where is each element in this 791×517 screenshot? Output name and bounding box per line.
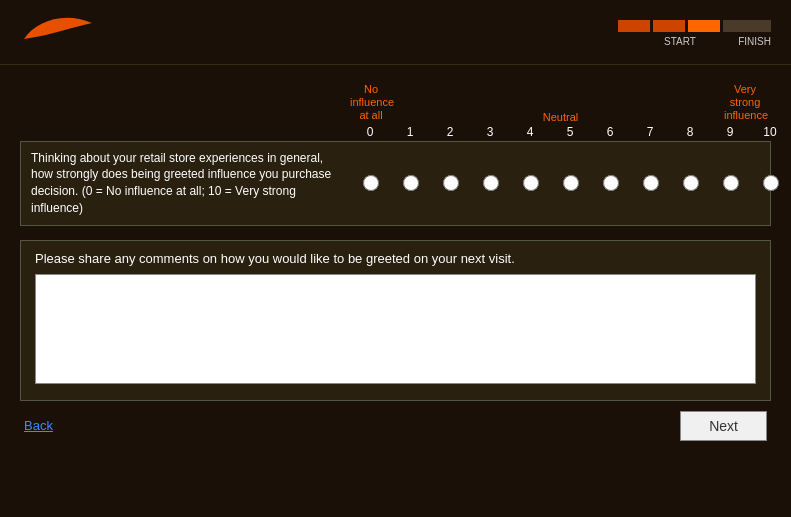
progress-segment-3: [688, 20, 720, 32]
radio-option-0[interactable]: [351, 175, 391, 191]
radio-option-2[interactable]: [431, 175, 471, 191]
radio-0[interactable]: [363, 175, 379, 191]
radio-option-4[interactable]: [511, 175, 551, 191]
radio-9[interactable]: [723, 175, 739, 191]
rating-row: Thinking about your retail store experie…: [21, 142, 770, 225]
scale-num-5: 5: [550, 125, 590, 139]
comments-textarea[interactable]: [35, 274, 756, 384]
scale-num-10: 10: [750, 125, 790, 139]
rating-table: Thinking about your retail store experie…: [20, 141, 771, 226]
radio-4[interactable]: [523, 175, 539, 191]
scale-num-0: 0: [350, 125, 390, 139]
scale-num-1: 1: [390, 125, 430, 139]
comments-section: Please share any comments on how you wou…: [20, 240, 771, 401]
progress-segment-2: [653, 20, 685, 32]
progress-segment-1: [618, 20, 650, 32]
progress-bar: [618, 20, 771, 32]
radio-6[interactable]: [603, 175, 619, 191]
scale-numbers-row: 0 1 2 3 4 5 6 7 8 9 10: [350, 125, 791, 139]
scale-num-2: 2: [430, 125, 470, 139]
radio-7[interactable]: [643, 175, 659, 191]
scale-num-9: 9: [710, 125, 750, 139]
scale-right-label: Very strong influence: [724, 83, 766, 123]
progress-segment-4: [723, 20, 771, 32]
question-text: Thinking about your retail store experie…: [21, 150, 351, 217]
radio-3[interactable]: [483, 175, 499, 191]
radio-option-5[interactable]: [551, 175, 591, 191]
scale-num-6: 6: [590, 125, 630, 139]
radio-option-7[interactable]: [631, 175, 671, 191]
scale-left-label: No influence at all: [350, 83, 392, 123]
scale-num-8: 8: [670, 125, 710, 139]
radio-option-10[interactable]: [751, 175, 791, 191]
radio-option-3[interactable]: [471, 175, 511, 191]
progress-area: START FINISH: [618, 20, 771, 47]
comments-label: Please share any comments on how you wou…: [35, 251, 756, 266]
rating-section: No influence at all Neutral Very strong …: [20, 83, 771, 226]
nike-logo: [16, 12, 96, 54]
radio-8[interactable]: [683, 175, 699, 191]
start-label: START: [664, 36, 696, 47]
scale-num-3: 3: [470, 125, 510, 139]
scale-num-7: 7: [630, 125, 670, 139]
radio-option-9[interactable]: [711, 175, 751, 191]
radio-options: [351, 175, 791, 191]
radio-1[interactable]: [403, 175, 419, 191]
radio-option-1[interactable]: [391, 175, 431, 191]
finish-label: FINISH: [738, 36, 771, 47]
scale-num-4: 4: [510, 125, 550, 139]
radio-option-6[interactable]: [591, 175, 631, 191]
radio-10[interactable]: [763, 175, 779, 191]
progress-labels: START FINISH: [664, 36, 771, 47]
radio-option-8[interactable]: [671, 175, 711, 191]
neutral-label: Neutral: [543, 111, 578, 123]
radio-5[interactable]: [563, 175, 579, 191]
back-button[interactable]: Back: [24, 418, 53, 433]
radio-2[interactable]: [443, 175, 459, 191]
next-button[interactable]: Next: [680, 411, 767, 441]
nav-row: Back Next: [20, 411, 771, 441]
